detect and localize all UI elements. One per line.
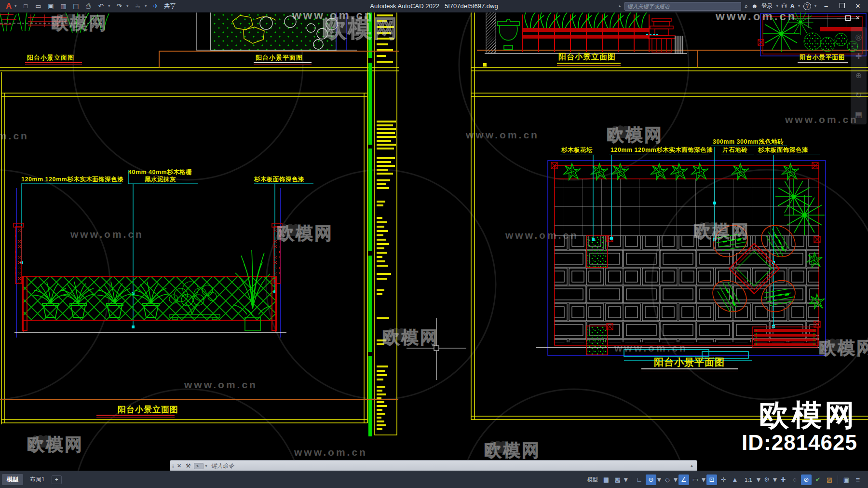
title-underline: [254, 64, 312, 65]
drawing-canvas[interactable]: 阳台小景立面图 阳台小景平面图 阳台小景立面图 阳台小景平面图 120mm 12…: [0, 0, 868, 488]
navbar-orbit-icon[interactable]: ↻: [855, 91, 862, 100]
close-button[interactable]: ✕: [852, 2, 864, 10]
autodesk-caret-icon[interactable]: ▾: [798, 4, 800, 8]
search-icon[interactable]: ⌕: [745, 2, 748, 10]
navbar-zoom-icon[interactable]: ⊕: [855, 71, 862, 80]
navbar-showmotion-icon[interactable]: ▦: [855, 110, 862, 119]
save-button[interactable]: ▣: [45, 2, 56, 10]
model-space-button[interactable]: 模型: [585, 474, 600, 485]
hardware-acceleration-icon[interactable]: ▨: [824, 474, 835, 485]
dynamic-input-caret-icon[interactable]: ▾: [702, 475, 705, 484]
autocad-logo-icon[interactable]: A: [3, 1, 13, 11]
dynamic-input-toggle[interactable]: ▭: [690, 474, 701, 485]
help-caret-icon[interactable]: ▾: [814, 4, 816, 8]
brand-watermark: 欧模网: [277, 222, 333, 245]
redo-caret-icon[interactable]: ▾: [126, 4, 130, 8]
status-toggles: 模型 ▦ ▩ ▾ ∟ ⊙ ▾ ◇ ▾ ∠ ▭ ▾ ⊡ ✛ ▲ 1:1 ▾ ⚙ ▾…: [585, 474, 868, 485]
grid-display-toggle[interactable]: ▦: [601, 474, 611, 485]
polar-tracking-toggle[interactable]: ⊙: [646, 474, 656, 485]
help-icon[interactable]: ?: [803, 2, 811, 10]
sofa-icon: [382, 326, 413, 343]
dwg-restore-button[interactable]: [845, 15, 851, 21]
autodesk-account-icon[interactable]: A: [790, 2, 795, 10]
navigation-bar[interactable]: ◎ ✚ ⊕ ↻ ▦: [851, 27, 867, 124]
command-caret-icon[interactable]: ▾: [205, 464, 207, 468]
search-input[interactable]: [624, 2, 741, 11]
open-from-web-button[interactable]: ▤: [70, 2, 81, 10]
brand-watermark: 欧模网: [693, 220, 750, 244]
clean-screen-button[interactable]: ▣: [841, 474, 852, 485]
isodraft-toggle[interactable]: ◇: [662, 474, 673, 485]
right-view-title: 阳台小景平面图: [654, 356, 725, 369]
snap-caret-icon[interactable]: ▾: [624, 475, 628, 484]
undo-caret-icon[interactable]: ▾: [108, 4, 112, 8]
new-layout-button[interactable]: +: [52, 475, 62, 484]
tab-model[interactable]: 模型: [2, 474, 23, 485]
polar-caret-icon[interactable]: ▾: [657, 475, 661, 484]
workspace-caret-icon[interactable]: ▾: [145, 4, 149, 8]
share-button[interactable]: 共享: [164, 2, 176, 10]
top-right-plan-title: 阳台小景平面图: [800, 54, 845, 62]
app-menu-caret-icon[interactable]: ▾: [14, 4, 18, 8]
ortho-mode-toggle[interactable]: ∟: [634, 474, 645, 485]
command-grip-handle[interactable]: ⁞⁞: [170, 463, 175, 469]
customization-menu-icon[interactable]: ≡: [853, 474, 863, 485]
login-caret-icon[interactable]: ▾: [776, 4, 778, 8]
share-icon[interactable]: ✈: [150, 2, 161, 10]
site-watermark: www.om.cn: [785, 114, 858, 125]
open-file-button[interactable]: ▭: [33, 2, 43, 10]
command-history-icon[interactable]: ▲: [690, 463, 697, 468]
search-history-caret-icon[interactable]: ▸: [619, 4, 621, 8]
save-as-button[interactable]: ▥: [58, 2, 68, 10]
command-close-icon[interactable]: ✕: [175, 462, 184, 469]
ann-underline: [721, 154, 754, 154]
annotation-visibility-toggle[interactable]: ▲: [730, 474, 740, 485]
command-line-bar[interactable]: ⁞⁞ ✕ ⚒ >_ ▾ 键入命令 ▲: [170, 460, 697, 472]
sofa-icon: [819, 337, 850, 354]
title-underline: [557, 63, 621, 64]
command-prompt-icon[interactable]: >_: [194, 463, 203, 469]
quick-access-toolbar[interactable]: A ▾ □ ▭ ▣ ▥ ▤ ⎙ ↶ ▾ ↷ ▾ ☕ ▾ ✈ 共享: [0, 1, 176, 11]
navbar-wheel-icon[interactable]: ◎: [855, 32, 862, 41]
command-input[interactable]: 键入命令: [211, 462, 234, 470]
scale-caret-icon[interactable]: ▾: [757, 475, 760, 484]
undo-button[interactable]: ↶: [95, 2, 106, 10]
command-wrench-icon[interactable]: ⚒: [184, 462, 193, 469]
workspace-button[interactable]: ☕: [132, 2, 143, 10]
right-plan-drawing: [536, 147, 826, 360]
annotation-scale-button[interactable]: 1:1: [741, 474, 756, 485]
object-snap-toggle[interactable]: ⊡: [706, 474, 717, 485]
gear-caret-icon[interactable]: ▾: [773, 475, 777, 484]
tab-layout1[interactable]: 布局1: [25, 474, 50, 485]
elev-annotation-1: 120mm 120mm杉木实木面饰深色漆: [21, 176, 123, 184]
navbar-pan-icon[interactable]: ✚: [855, 52, 862, 61]
app-store-cart-icon[interactable]: ⛁: [782, 2, 787, 10]
dwg-minimize-button[interactable]: –: [837, 14, 841, 21]
minimize-button[interactable]: –: [820, 2, 832, 10]
object-snap-tracking-toggle[interactable]: ∠: [678, 474, 689, 485]
isolate-objects-button[interactable]: ◌: [789, 474, 800, 485]
object-snap-2d-toggle[interactable]: ✛: [718, 474, 729, 485]
dwg-close-button[interactable]: ✕: [855, 14, 860, 21]
trellis-plants: [525, 13, 647, 28]
top-left-elev-title: 阳台小景立面图: [27, 54, 74, 62]
plan-annotation-5: 杉木板面饰深色漆: [758, 146, 808, 154]
redo-button[interactable]: ↷: [114, 2, 124, 10]
title-underline: [25, 62, 82, 63]
clean-screen-check-icon[interactable]: ✔: [813, 474, 823, 485]
annotation-monitor-toggle[interactable]: ✚: [778, 474, 788, 485]
login-button[interactable]: 登录: [761, 2, 773, 10]
workspace-switching-gear[interactable]: ⚙: [761, 474, 772, 485]
plot-button[interactable]: ⎙: [83, 2, 94, 10]
site-watermark: www.om.cn: [466, 129, 539, 141]
brand-watermark: 欧模网: [382, 326, 439, 350]
maximize-button[interactable]: [836, 2, 848, 10]
dwg-window-controls[interactable]: – ✕: [837, 14, 860, 21]
graphics-performance-toggle[interactable]: ⊘: [801, 474, 812, 485]
isodraft-caret-icon[interactable]: ▾: [674, 475, 678, 484]
user-icon[interactable]: ☻: [751, 2, 758, 10]
snap-mode-toggle[interactable]: ▩: [612, 474, 623, 485]
new-file-button[interactable]: □: [20, 2, 31, 10]
ann-underline: [560, 154, 595, 154]
title-bar: A ▾ □ ▭ ▣ ▥ ▤ ⎙ ↶ ▾ ↷ ▾ ☕ ▾ ✈ 共享 Autodes…: [0, 0, 868, 13]
